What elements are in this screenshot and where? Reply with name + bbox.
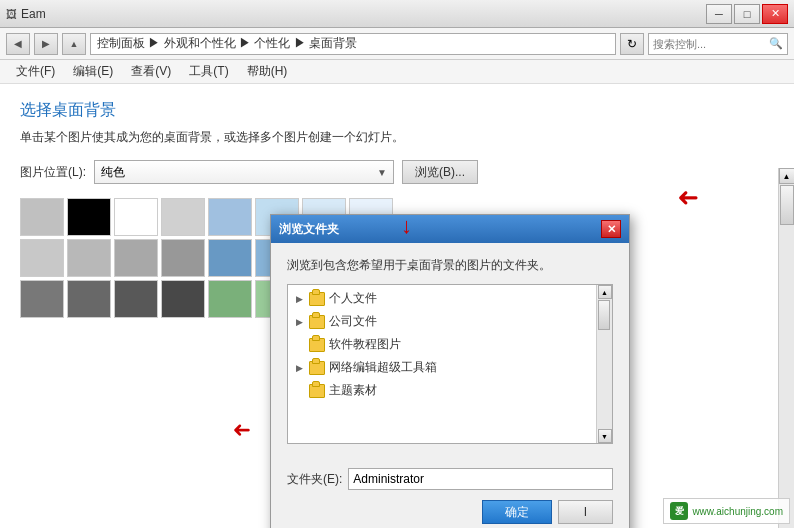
close-button[interactable]: ✕	[762, 4, 788, 24]
refresh-button[interactable]: ↻	[620, 33, 644, 55]
swatch-green1[interactable]	[208, 280, 252, 318]
dialog-description: 浏览到包含您希望用于桌面背景的图片的文件夹。	[287, 257, 613, 274]
swatch-gray3[interactable]	[67, 239, 111, 277]
folder-icon-personal	[309, 292, 325, 306]
scroll-up-button[interactable]: ▲	[779, 168, 795, 184]
scroll-track	[779, 184, 794, 528]
swatch-gray6[interactable]	[20, 280, 64, 318]
tree-item-software[interactable]: ▶ 软件教程图片	[288, 333, 596, 356]
address-bar: ◀ ▶ ▲ 控制面板 ▶ 外观和个性化 ▶ 个性化 ▶ 桌面背景 ↻ 🔍	[0, 28, 794, 60]
expand-icon: ▶	[296, 317, 303, 327]
folder-field-label: 文件夹(E):	[287, 471, 342, 488]
tree-scroll-down[interactable]: ▼	[598, 429, 612, 443]
swatch-blue1[interactable]	[208, 198, 252, 236]
image-position-label: 图片位置(L):	[20, 164, 86, 181]
maximize-button[interactable]: □	[734, 4, 760, 24]
folder-icon-company	[309, 315, 325, 329]
folder-field-input[interactable]	[348, 468, 613, 490]
scroll-thumb[interactable]	[780, 185, 794, 225]
tree-item-theme[interactable]: ▶ 主题素材	[288, 379, 596, 402]
image-position-row: 图片位置(L): 纯色 ▼ 浏览(B)...	[20, 160, 774, 184]
swatch-black[interactable]	[67, 198, 111, 236]
swatch-gray9[interactable]	[161, 280, 205, 318]
search-input[interactable]	[653, 38, 769, 50]
main-content: 选择桌面背景 单击某个图片使其成为您的桌面背景，或选择多个图片创建一个幻灯片。 …	[0, 84, 794, 528]
breadcrumb-text: 控制面板 ▶ 外观和个性化 ▶ 个性化 ▶ 桌面背景	[97, 35, 357, 52]
main-scrollbar[interactable]: ▲ ▼	[778, 168, 794, 528]
tree-item-personal[interactable]: ▶ 个人文件	[288, 287, 596, 310]
tree-scrollbar[interactable]: ▲ ▼	[596, 285, 612, 443]
dialog-ok-button[interactable]: 确定	[482, 500, 552, 524]
dialog-close-button[interactable]: ✕	[601, 220, 621, 238]
folder-icon-software	[309, 338, 325, 352]
page-title: 选择桌面背景	[20, 100, 774, 121]
folder-field-row: 文件夹(E):	[287, 468, 613, 490]
arrow-to-browse: ➜	[677, 182, 699, 213]
page-description: 单击某个图片使其成为您的桌面背景，或选择多个图片创建一个幻灯片。	[20, 129, 774, 146]
breadcrumb: 控制面板 ▶ 外观和个性化 ▶ 个性化 ▶ 桌面背景	[90, 33, 616, 55]
app-icon: 🖼	[6, 8, 17, 20]
dialog-footer: 文件夹(E): 确定 I	[271, 468, 629, 528]
watermark-logo: 爱	[670, 502, 688, 520]
arrow-to-theme: ➜	[233, 417, 251, 443]
browse-folder-dialog[interactable]: 浏览文件夹 ✕ 浏览到包含您希望用于桌面背景的图片的文件夹。 ▶ 个人文件 ▶	[270, 214, 630, 528]
tree-item-label: 网络编辑超级工具箱	[329, 359, 437, 376]
tree-item-label: 主题素材	[329, 382, 377, 399]
search-icon: 🔍	[769, 37, 783, 50]
dialog-title-bar: 浏览文件夹 ✕	[271, 215, 629, 243]
tree-item-label: 软件教程图片	[329, 336, 401, 353]
swatch-gray4[interactable]	[114, 239, 158, 277]
swatch-gray8[interactable]	[114, 280, 158, 318]
swatch-gray7[interactable]	[67, 280, 111, 318]
arrow-down: ↓	[401, 213, 412, 239]
swatch-gray5[interactable]	[161, 239, 205, 277]
tree-item-label: 公司文件	[329, 313, 377, 330]
dialog-body: 浏览到包含您希望用于桌面背景的图片的文件夹。 ▶ 个人文件 ▶ 公司文件	[271, 243, 629, 468]
menu-edit[interactable]: 编辑(E)	[65, 61, 121, 82]
dialog-buttons: 确定 I	[287, 500, 613, 524]
swatch-lightgray[interactable]	[161, 198, 205, 236]
browse-button[interactable]: 浏览(B)...	[402, 160, 478, 184]
dialog-cancel-button[interactable]: I	[558, 500, 613, 524]
dialog-title-text: 浏览文件夹	[279, 221, 339, 238]
watermark-logo-text: 爱	[675, 505, 684, 518]
title-bar-controls: ─ □ ✕	[706, 4, 788, 24]
up-button[interactable]: ▲	[62, 33, 86, 55]
window-title: Eam	[21, 7, 46, 21]
watermark: 爱 www.aichunjing.com	[663, 498, 790, 524]
folder-tree[interactable]: ▶ 个人文件 ▶ 公司文件 ▶ 软件教程图片	[287, 284, 613, 444]
forward-button[interactable]: ▶	[34, 33, 58, 55]
tree-item-company[interactable]: ▶ 公司文件	[288, 310, 596, 333]
tree-scroll-up[interactable]: ▲	[598, 285, 612, 299]
tree-scroll-thumb[interactable]	[598, 300, 610, 330]
tree-item-network[interactable]: ▶ 网络编辑超级工具箱	[288, 356, 596, 379]
menu-bar: 文件(F) 编辑(E) 查看(V) 工具(T) 帮助(H)	[0, 60, 794, 84]
swatch-gray[interactable]	[20, 198, 64, 236]
title-bar-left: 🖼 Eam	[6, 7, 46, 21]
watermark-url: www.aichunjing.com	[692, 506, 783, 517]
swatch-gray2[interactable]	[20, 239, 64, 277]
swatch-blue5[interactable]	[208, 239, 252, 277]
image-position-value: 纯色	[101, 164, 125, 181]
menu-help[interactable]: 帮助(H)	[239, 61, 296, 82]
back-button[interactable]: ◀	[6, 33, 30, 55]
expand-icon: ▶	[296, 363, 303, 373]
menu-file[interactable]: 文件(F)	[8, 61, 63, 82]
folder-icon-theme	[309, 384, 325, 398]
menu-tools[interactable]: 工具(T)	[181, 61, 236, 82]
folder-icon-network	[309, 361, 325, 375]
tree-item-label: 个人文件	[329, 290, 377, 307]
search-box[interactable]: 🔍	[648, 33, 788, 55]
swatch-white[interactable]	[114, 198, 158, 236]
expand-icon: ▶	[296, 294, 303, 304]
image-position-select[interactable]: 纯色 ▼	[94, 160, 394, 184]
menu-view[interactable]: 查看(V)	[123, 61, 179, 82]
select-arrow-icon: ▼	[377, 167, 387, 178]
minimize-button[interactable]: ─	[706, 4, 732, 24]
title-bar: 🖼 Eam ─ □ ✕	[0, 0, 794, 28]
tree-scroll-track	[597, 299, 612, 429]
